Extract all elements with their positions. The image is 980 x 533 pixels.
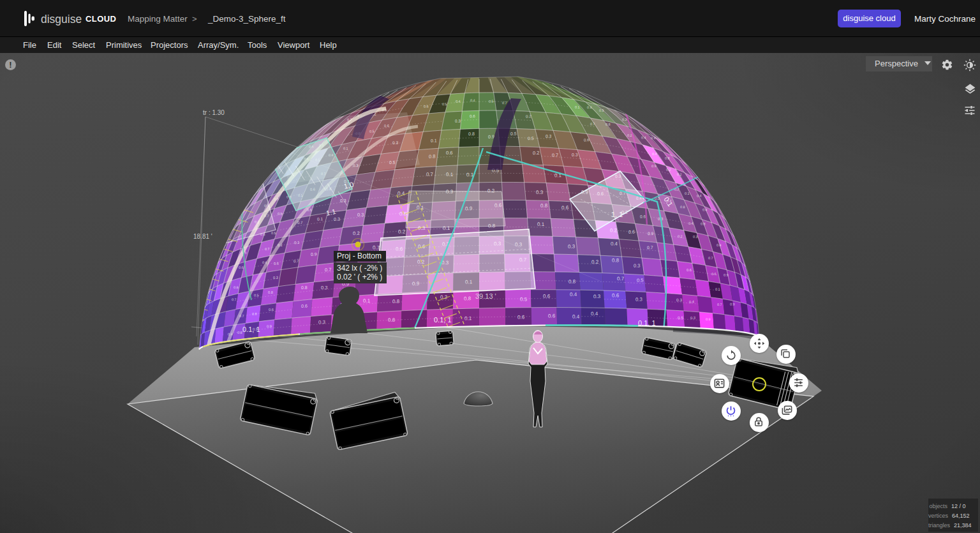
svg-text:0.1: 0.1 <box>464 315 472 321</box>
svg-text:0.5: 0.5 <box>254 293 259 297</box>
svg-text:0.6: 0.6 <box>274 262 279 266</box>
svg-text:0.9: 0.9 <box>311 251 317 256</box>
svg-text:0.4: 0.4 <box>611 241 618 246</box>
svg-text:0.8: 0.8 <box>568 279 576 285</box>
svg-text:0.8: 0.8 <box>468 131 475 137</box>
svg-text:0.1: 0.1 <box>446 172 454 177</box>
svg-text:0.3: 0.3 <box>546 134 552 139</box>
svg-text:0.6: 0.6 <box>446 150 453 156</box>
svg-text:0.2: 0.2 <box>627 133 632 137</box>
svg-text:0.1: 0.1 <box>537 221 545 227</box>
svg-text:0.7: 0.7 <box>265 247 270 251</box>
svg-text:0.2: 0.2 <box>526 114 531 118</box>
svg-text:0.6: 0.6 <box>548 313 556 319</box>
svg-text:0.1: 0.1 <box>363 298 371 304</box>
svg-text:0.3: 0.3 <box>693 235 698 239</box>
svg-text:0.4: 0.4 <box>587 105 592 109</box>
svg-text:0.2: 0.2 <box>666 168 671 172</box>
svg-text:0.6: 0.6 <box>424 105 429 109</box>
svg-text:0.9: 0.9 <box>648 231 654 236</box>
svg-text:0.4: 0.4 <box>689 300 695 304</box>
svg-text:0.9: 0.9 <box>267 324 272 328</box>
svg-text:0.5: 0.5 <box>678 315 683 320</box>
svg-text:0.3: 0.3 <box>572 153 578 157</box>
svg-text:0.5: 0.5 <box>510 131 517 136</box>
svg-text:0.8: 0.8 <box>268 290 273 294</box>
svg-text:0.6: 0.6 <box>517 314 525 320</box>
svg-text:0.7: 0.7 <box>502 101 507 105</box>
svg-text:0.9: 0.9 <box>651 136 656 140</box>
svg-text:0.4: 0.4 <box>688 221 694 225</box>
svg-text:0.7: 0.7 <box>717 303 722 306</box>
svg-text:0.3: 0.3 <box>568 244 575 250</box>
svg-text:0.1, 1: 0.1, 1 <box>434 316 452 324</box>
svg-text:0.3: 0.3 <box>676 297 682 302</box>
svg-text:0.3: 0.3 <box>321 285 328 290</box>
svg-text:0.3: 0.3 <box>536 190 544 195</box>
svg-text:0.5: 0.5 <box>520 296 528 302</box>
svg-text:0.4: 0.4 <box>702 207 708 211</box>
svg-text:0.1: 0.1 <box>685 191 690 195</box>
svg-text:0.7: 0.7 <box>647 245 653 250</box>
svg-text:0.2: 0.2 <box>610 227 617 233</box>
svg-text:0.8: 0.8 <box>301 285 308 290</box>
svg-text:0.8: 0.8 <box>680 205 685 209</box>
svg-text:0.4: 0.4 <box>641 135 646 139</box>
svg-text:0.8: 0.8 <box>464 296 471 301</box>
svg-text:0.3: 0.3 <box>622 117 627 121</box>
svg-text:0.3: 0.3 <box>634 263 640 269</box>
svg-text:0.9: 0.9 <box>706 317 711 321</box>
svg-text:0.1: 0.1 <box>431 138 437 142</box>
svg-text:0.8: 0.8 <box>612 257 620 263</box>
svg-text:0.6: 0.6 <box>640 214 646 218</box>
svg-text:0.7: 0.7 <box>617 276 625 282</box>
svg-text:0.2: 0.2 <box>678 234 683 238</box>
svg-text:0.8: 0.8 <box>252 312 257 315</box>
svg-text:0.1: 0.1 <box>715 287 720 291</box>
svg-text:0.7: 0.7 <box>708 256 713 260</box>
svg-text:0.4: 0.4 <box>652 152 657 156</box>
svg-text:0.4: 0.4 <box>697 194 702 198</box>
svg-text:0.7: 0.7 <box>232 297 237 301</box>
svg-text:0.4: 0.4 <box>470 98 475 102</box>
svg-text:0.4: 0.4 <box>456 100 461 103</box>
svg-text:0.8: 0.8 <box>392 299 400 304</box>
svg-text:0.7: 0.7 <box>373 244 380 250</box>
svg-text:0.9: 0.9 <box>488 134 494 139</box>
svg-text:0.8: 0.8 <box>429 153 435 159</box>
svg-text:0.4: 0.4 <box>591 311 598 317</box>
svg-text:0.6: 0.6 <box>687 268 692 272</box>
svg-text:0.6: 0.6 <box>561 205 569 211</box>
svg-text:0.5: 0.5 <box>599 109 604 112</box>
svg-text:0.3: 0.3 <box>455 119 461 123</box>
svg-text:0.6: 0.6 <box>584 137 590 142</box>
svg-text:0.8: 0.8 <box>237 331 242 334</box>
svg-text:0.4: 0.4 <box>716 243 722 247</box>
svg-text:18.81 ': 18.81 ' <box>193 233 212 240</box>
svg-text:0.3: 0.3 <box>334 217 340 222</box>
svg-text:1, 1: 1, 1 <box>611 211 623 218</box>
svg-text:0.5: 0.5 <box>528 136 534 140</box>
svg-text:0.5: 0.5 <box>271 231 276 235</box>
svg-text:0.5: 0.5 <box>278 212 283 216</box>
svg-text:0.1: 0.1 <box>575 105 580 109</box>
svg-text:0.1, 1: 0.1, 1 <box>242 326 260 333</box>
svg-text:0.9: 0.9 <box>651 164 657 168</box>
svg-text:0.1: 0.1 <box>294 240 300 244</box>
svg-text:tr : 1.30: tr : 1.30 <box>203 109 225 116</box>
svg-text:0.1, 1: 0.1, 1 <box>638 319 656 327</box>
svg-text:0.2: 0.2 <box>353 230 360 236</box>
svg-text:0.5: 0.5 <box>442 102 447 106</box>
svg-text:0.6: 0.6 <box>470 114 475 118</box>
svg-text:0.3: 0.3 <box>593 294 601 299</box>
svg-text:0.1: 0.1 <box>317 216 323 221</box>
svg-text:0.6: 0.6 <box>612 292 620 298</box>
svg-text:0.6: 0.6 <box>711 272 716 276</box>
svg-text:0.6: 0.6 <box>269 308 274 312</box>
svg-text:0.2: 0.2 <box>677 172 682 176</box>
svg-text:0.8: 0.8 <box>605 123 611 126</box>
svg-text:0.3: 0.3 <box>635 297 642 303</box>
svg-text:0.8: 0.8 <box>701 221 706 225</box>
svg-text:0.3: 0.3 <box>690 316 695 320</box>
svg-text:0.5: 0.5 <box>637 277 644 283</box>
